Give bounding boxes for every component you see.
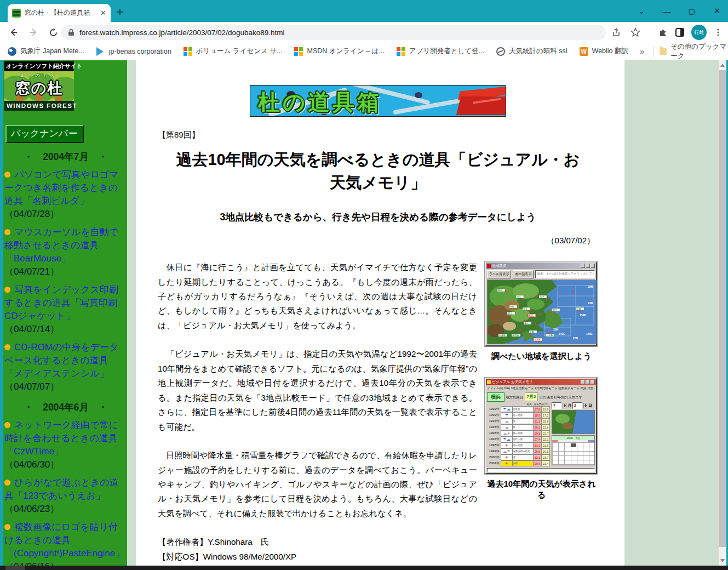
window-close-button[interactable]: ✕ xyxy=(704,0,728,22)
globe-icon xyxy=(496,47,505,56)
back-number-button[interactable]: バックナンバー xyxy=(5,125,84,143)
window-minimize-button[interactable]: — xyxy=(654,0,679,22)
logo-furigana: まどのもり xyxy=(4,72,74,78)
screenshot-weather-history: ビジュアル お天気メモリ ファイル(F) 印刷 3地点比較モード 4日間比較モー… xyxy=(485,378,597,474)
mini-status-bar xyxy=(487,468,595,472)
article-body: 地域選択 ラベル再表示 都市別表示 地名、または印を地図上でクリックしてください xyxy=(158,260,598,566)
tab-close-icon[interactable]: ✕ xyxy=(100,9,106,17)
bookmark-weather-stats[interactable]: 天気統計の晴科 ssl xyxy=(496,47,568,56)
bookmarks-bar: 気象庁 Japan Mete... jp-benas corporation ボ… xyxy=(0,43,728,60)
svg-text:26N: 26N xyxy=(573,337,578,340)
new-tab-button[interactable]: + xyxy=(113,5,127,20)
table-row: 1998年☀晴一時曇31.621.6 xyxy=(487,442,551,448)
sidebar-item: 複数画像にロゴを貼り付けるときの道具「(Copyright!)PasteEngi… xyxy=(4,521,126,566)
bookmark-app-dev[interactable]: アプリ開発者として登... xyxy=(397,47,484,56)
bookmark-weblio[interactable]: WWeblio 翻訳 xyxy=(580,47,628,56)
svg-text:154E: 154E xyxy=(580,314,586,317)
table-row: 1999年☁☂薄曇後晴一時雨26.620.5 xyxy=(487,448,551,454)
article-date: （03/07/02） xyxy=(158,236,595,246)
sidebar-item: パソコンで写真やロゴマークつき名刺を作るときの道具「名刺ビルダ」 （04/07/… xyxy=(4,168,126,221)
bullet-icon xyxy=(4,172,10,178)
bookmark-star-icon[interactable] xyxy=(628,25,643,39)
bullet-icon xyxy=(4,287,10,293)
table-row: 2000年☀晴32.123.7 xyxy=(487,454,551,460)
bookmarks-overflow-chevron[interactable]: » xyxy=(640,47,644,56)
date-box: 7月2 xyxy=(525,392,538,401)
svg-text:横浜: 横浜 xyxy=(524,322,529,324)
address-bar[interactable]: forest.watch.impress.co.jp/article/2003/… xyxy=(61,25,606,40)
toolbox-art xyxy=(454,89,506,116)
table-row-selected: 2001年☀快晴29.621.4 xyxy=(487,460,551,466)
back-button[interactable] xyxy=(7,25,21,39)
sidebar-link[interactable]: 複数画像にロゴを貼り付けるときの道具「(Copyright!)PasteEngi… xyxy=(4,522,124,558)
share-icon[interactable] xyxy=(609,25,623,39)
bookmark-msdn[interactable]: MSDN オンライン – は... xyxy=(294,47,384,56)
weblio-icon: W xyxy=(580,47,588,56)
table-row: 1992年☂☁雨後曇27.819.8 xyxy=(487,406,551,412)
sidebar-item: 写真をインデックス印刷するときの道具「写真印刷CDジャケット」 （04/07/1… xyxy=(4,283,126,336)
tab-title: 窓の杜 - 【杜の道具箱 〜こんなとき xyxy=(25,8,95,18)
svg-text:秩父: 秩父 xyxy=(507,312,512,315)
site-logo[interactable]: オンラインソフト紹介サイト まどのもり 窓の杜 WINDOWS FOREST xyxy=(4,61,74,111)
taskbar-sliver xyxy=(0,566,728,570)
extensions-puzzle-icon[interactable] xyxy=(656,25,670,39)
lock-icon xyxy=(68,29,74,36)
month-header-june: ・ 2004年6月 ・ xyxy=(4,401,127,414)
svg-text:東京: 東京 xyxy=(529,314,533,317)
screenshot-region-select: 地域選択 ラベル再表示 都市別表示 地名、または印を地図上でクリックしてください xyxy=(485,261,597,346)
site-favicon-icon xyxy=(12,9,21,18)
svg-text:石廊崎: 石廊崎 xyxy=(499,334,506,337)
sidebar-link[interactable]: 写真をインデックス印刷するときの道具「写真印刷CDジャケット」 xyxy=(4,284,118,321)
svg-text:熊谷: 熊谷 xyxy=(523,307,528,310)
table-row: 1995年☁曇26.222.6 xyxy=(487,424,551,430)
mini-button-cities: 都市別表示 xyxy=(513,270,534,278)
sidebar-link[interactable]: ひらがなで遊ぶときの道具「123であいうえお」 xyxy=(4,477,119,501)
bullet-icon xyxy=(4,344,10,350)
caption-2: 過去10年間の天気が表示される xyxy=(485,478,598,500)
sidebar-link[interactable]: CD-ROMの中身をデータベース化するときの道具「メディアステンシル」 xyxy=(4,342,118,379)
window-menu-chevron-icon[interactable]: ⌄ xyxy=(629,0,654,22)
svg-text:20N: 20N xyxy=(553,328,559,331)
logo-art: まどのもり 窓の杜 xyxy=(4,71,74,101)
spec-os: 【対応OS】Windows 98/Me/2000/XP xyxy=(158,550,598,564)
scrollbar-thumb[interactable] xyxy=(719,70,726,547)
svg-text:高田: 高田 xyxy=(498,289,502,292)
logo-tagline: オンラインソフト紹介サイト xyxy=(4,61,74,71)
other-bookmarks-button[interactable]: その他のブックマーク xyxy=(660,42,728,61)
svg-text:142E: 142E xyxy=(559,332,565,335)
reload-button[interactable] xyxy=(46,25,60,39)
svg-text:大島: 大島 xyxy=(530,330,534,333)
station-box: 横浜 xyxy=(487,392,505,402)
mini-menubar: ファイル(F) 印刷 3地点比較モード 4日間比較モード 自動表示モード 気温 … xyxy=(486,385,596,392)
scroll-up-arrow-icon[interactable] xyxy=(720,64,725,67)
scroll-down-arrow-icon[interactable] xyxy=(720,559,725,562)
play-triangle-icon xyxy=(96,47,105,56)
svg-text:日光: 日光 xyxy=(517,295,521,298)
kanto-map: 高田 日光 水戸 前橋 熊谷 秩父 銚子 東京 横浜 xyxy=(487,280,595,344)
bookmark-volume-license[interactable]: ボリューム ライセンス サ... xyxy=(184,47,283,56)
software-specs: 【著作権者】Y.Shinohara 氏 【対応OS】Windows 98/Me/… xyxy=(158,535,598,566)
svg-text:140E: 140E xyxy=(586,332,593,335)
mini-calendar: 2000 7月 xyxy=(552,435,595,465)
table-row: 1993年☂雨一時曇18.917.2 xyxy=(487,412,551,418)
sidebar-link[interactable]: パソコンで写真やロゴマークつき名刺を作るときの道具「名刺ビルダ」 xyxy=(4,169,119,206)
vertical-scrollbar[interactable] xyxy=(719,60,726,566)
sidebar-link[interactable]: マウスカーソルを自動で移動させるときの道具「BearMouse」 xyxy=(4,227,118,264)
bookmark-jp-benas[interactable]: jp-benas corporation xyxy=(96,47,171,56)
mini-window-buttons xyxy=(581,380,595,384)
window-maximize-button[interactable]: ▢ xyxy=(679,0,704,22)
sidebar-item: ネットワーク経由で常に時計を合わせるときの道具「CzWTime」 （04/06/… xyxy=(4,419,126,471)
menu-dots-icon[interactable] xyxy=(711,25,725,39)
bookmark-jma[interactable]: 気象庁 Japan Mete... xyxy=(8,47,84,56)
sidebar-item: マウスカーソルを自動で移動させるときの道具「BearMouse」 （04/07/… xyxy=(4,226,126,278)
microsoft-icon xyxy=(184,47,192,56)
forward-button[interactable] xyxy=(26,25,41,39)
profile-avatar[interactable]: 行雄 xyxy=(691,25,707,40)
svg-text:御前崎: 御前崎 xyxy=(512,334,519,337)
sidebar-link[interactable]: ネットワーク経由で常に時計を合わせるときの道具「CzWTime」 xyxy=(4,420,118,457)
browser-tab[interactable]: 窓の杜 - 【杜の道具箱 〜こんなとき ✕ xyxy=(8,4,111,22)
sidebar: オンラインソフト紹介サイト まどのもり 窓の杜 WINDOWS FOREST バ… xyxy=(3,60,127,566)
side-panel-icon[interactable] xyxy=(673,25,687,39)
window-border-left xyxy=(0,60,3,566)
mini-button-labels: ラベル再表示 xyxy=(487,270,511,278)
